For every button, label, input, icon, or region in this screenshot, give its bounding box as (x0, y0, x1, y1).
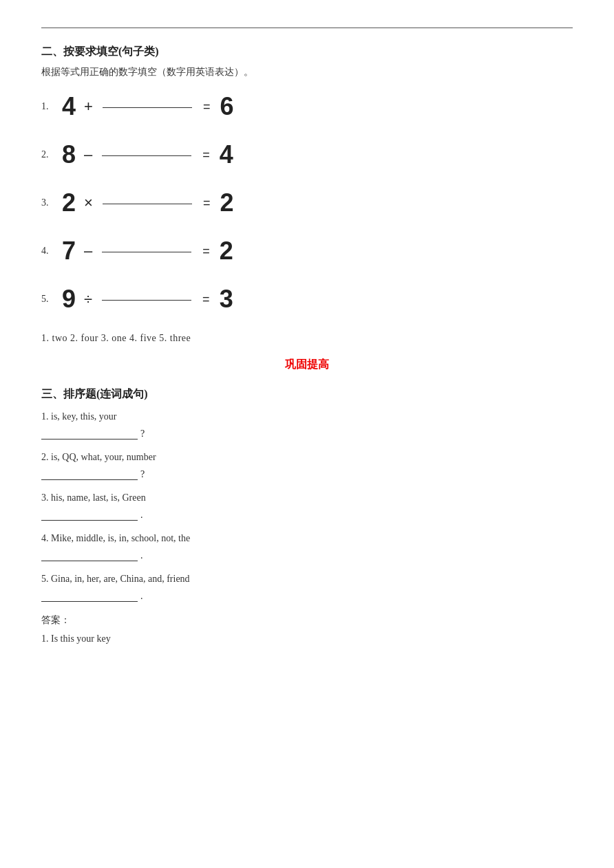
operator: – (84, 242, 92, 260)
right-number: 2 (220, 237, 233, 265)
reorder-words-4: 4. Mike, middle, is, in, school, not, th… (41, 533, 573, 544)
section2-instruction: 根据等式用正确的数字填空（数字用英语表达）。 (41, 66, 573, 78)
reorder-blank-5 (41, 599, 138, 602)
fill-blank (103, 105, 192, 108)
reorder-words-2: 2. is, QQ, what, your, number (41, 452, 573, 463)
operator: – (84, 146, 92, 164)
reorder-block-5: 5. Gina, in, her, are, China, and, frien… (41, 574, 573, 602)
right-number: 3 (220, 285, 233, 314)
fill-blank (102, 298, 191, 301)
section3-answer-1: 1. Is this your key (41, 633, 573, 644)
left-number: 7 (62, 237, 76, 265)
fill-blank (103, 202, 192, 204)
reorder-punct-2: ? (140, 469, 145, 479)
reorder-blank-2 (41, 477, 138, 480)
math-problem-2: 2. 8 – = 4 (41, 140, 573, 169)
reorder-punct-5: . (140, 591, 143, 601)
fill-blank (102, 250, 191, 252)
equals: = (202, 148, 210, 162)
equals: = (203, 100, 211, 114)
reorder-blank-4 (41, 558, 138, 561)
consolidate-title: 巩固提高 (41, 358, 573, 372)
operator: + (84, 98, 93, 116)
section3-answers-label: 答案： (41, 614, 573, 627)
top-divider (41, 28, 573, 28)
right-number: 2 (220, 188, 233, 217)
answer-line-row-4: . (41, 550, 573, 561)
reorder-words-1: 1. is, key, this, your (41, 411, 573, 422)
answer-line-row-5: . (41, 590, 573, 602)
math-problem-1: 1. 4 + = 6 (41, 92, 573, 121)
section3-title: 三、排序题(连词成句) (41, 387, 573, 402)
math-problem-3: 3. 2 × = 2 (41, 188, 573, 217)
problem-num: 2. (41, 149, 58, 160)
fill-blank (102, 153, 191, 156)
math-problem-5: 5. 9 ÷ = 3 (41, 285, 573, 314)
answer-line-row-3: . (41, 509, 573, 521)
equals: = (202, 292, 210, 307)
right-number: 6 (220, 92, 233, 121)
section2-title: 二、按要求填空(句子类) (41, 45, 573, 59)
reorder-words-3: 3. his, name, last, is, Green (41, 492, 573, 503)
reorder-blank-3 (41, 518, 138, 521)
equals: = (202, 244, 210, 259)
reorder-block-3: 3. his, name, last, is, Green . (41, 492, 573, 521)
problem-num: 1. (41, 101, 58, 112)
left-number: 4 (62, 92, 76, 121)
math-problem-4: 4. 7 – = 2 (41, 237, 573, 265)
reorder-block-1: 1. is, key, this, your ? (41, 411, 573, 440)
reorder-words-5: 5. Gina, in, her, are, China, and, frien… (41, 574, 573, 585)
section2-answers: 1. two 2. four 3. one 4. five 5. three (41, 333, 573, 344)
reorder-block-2: 2. is, QQ, what, your, number ? (41, 452, 573, 480)
operator: × (84, 194, 93, 212)
left-number: 2 (62, 188, 76, 217)
problem-num: 4. (41, 246, 58, 257)
problem-num: 3. (41, 197, 58, 208)
reorder-punct-3: . (140, 510, 143, 520)
reorder-blank-1 (41, 437, 138, 440)
section3-answers-section: 答案： 1. Is this your key (41, 614, 573, 644)
reorder-punct-1: ? (140, 428, 145, 439)
answer-line-row-2: ? (41, 468, 573, 480)
answer-line-row-1: ? (41, 428, 573, 440)
left-number: 8 (62, 140, 76, 169)
equals: = (203, 196, 211, 210)
reorder-punct-4: . (140, 550, 143, 561)
left-number: 9 (62, 285, 76, 314)
right-number: 4 (220, 140, 233, 169)
operator: ÷ (84, 290, 92, 308)
problem-num: 5. (41, 294, 58, 305)
reorder-block-4: 4. Mike, middle, is, in, school, not, th… (41, 533, 573, 561)
